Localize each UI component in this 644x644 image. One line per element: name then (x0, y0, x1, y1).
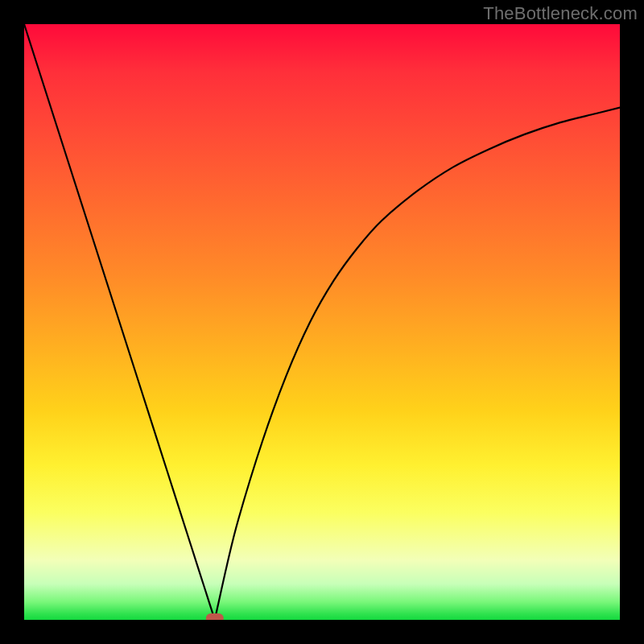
plot-area (24, 24, 620, 620)
watermark-label: TheBottleneck.com (483, 3, 638, 24)
bottleneck-curve (24, 24, 620, 620)
chart-frame: TheBottleneck.com (0, 0, 644, 644)
minimum-marker (206, 613, 224, 620)
